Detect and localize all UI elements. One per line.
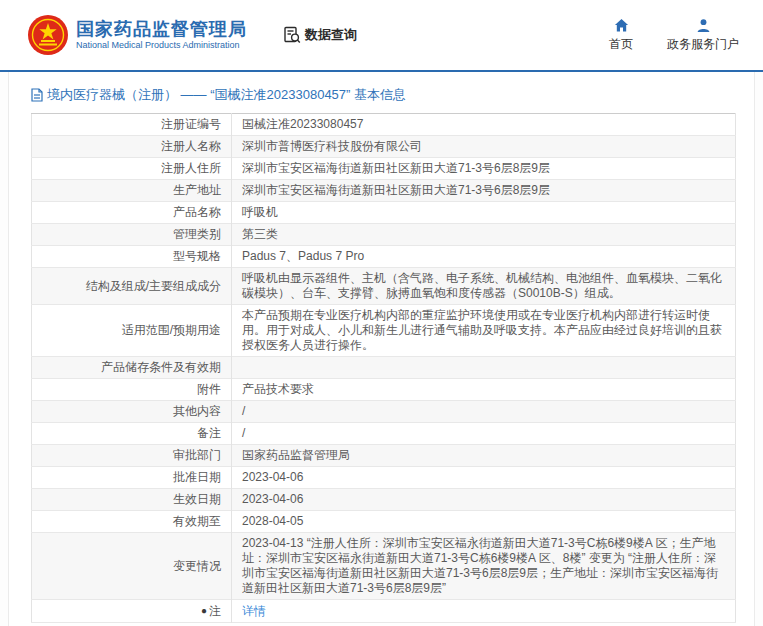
table-row: 生效日期2023-04-06 (32, 489, 736, 511)
table-row: 注册人名称深圳市普博医疗科技股份有限公司 (32, 136, 736, 158)
org-names: 国家药品监督管理局 National Medical Products Admi… (76, 19, 247, 51)
row-value: 2023-04-06 (232, 489, 736, 511)
table-row: 适用范围/预期用途本产品预期在专业医疗机构内部的重症监护环境使用或在专业医疗机构… (32, 305, 736, 357)
row-label: 注册人名称 (32, 136, 232, 158)
row-value: 2028-04-05 (232, 511, 736, 533)
nav-portal-label: 政务服务门户 (667, 36, 739, 53)
table-row: 变更情况2023-04-13 “注册人住所：深圳市宝安区福永街道新田大道71-3… (32, 533, 736, 600)
table-row: 其他内容/ (32, 401, 736, 423)
row-value: 呼吸机 (232, 202, 736, 224)
content-panel: 境内医疗器械（注册） —— “国械注准20233080457” 基本信息 注册证… (8, 72, 755, 626)
table-row: 注册证编号国械注准20233080457 (32, 114, 736, 136)
table-row: 注册人住所深圳市宝安区福海街道新田社区新田大道71-3号6层8层9层 (32, 158, 736, 180)
data-query-button[interactable]: 数据查询 (283, 26, 357, 44)
row-label: 结构及组成/主要组成成分 (32, 268, 232, 305)
table-row: 备注/ (32, 423, 736, 445)
row-label: 产品储存条件及有效期 (32, 357, 232, 379)
row-label: 附件 (32, 379, 232, 401)
nav-item-home[interactable]: 首页 (609, 18, 633, 53)
row-value: 深圳市宝安区福海街道新田社区新田大道71-3号6层8层9层 (232, 158, 736, 180)
row-value: 深圳市普博医疗科技股份有限公司 (232, 136, 736, 158)
document-icon (31, 88, 43, 102)
row-value: 呼吸机由显示器组件、主机（含气路、电子系统、机械结构、电池组件、血氧模块、二氧化… (232, 268, 736, 305)
table-row: 生产地址深圳市宝安区福海街道新田社区新田大道71-3号6层8层9层 (32, 180, 736, 202)
detail-link[interactable]: 详情 (242, 604, 266, 618)
row-value: 本产品预期在专业医疗机构内部的重症监护环境使用或在专业医疗机构内部进行转运时使用… (232, 305, 736, 357)
org-name-cn: 国家药品监督管理局 (76, 19, 247, 39)
row-label: 审批部门 (32, 445, 232, 467)
row-label: 管理类别 (32, 224, 232, 246)
page-title-bar: 境内医疗器械（注册） —— “国械注准20233080457” 基本信息 (9, 72, 754, 113)
page-title: 境内医疗器械（注册） —— “国械注准20233080457” 基本信息 (47, 86, 406, 104)
nav-home-label: 首页 (609, 36, 633, 53)
row-value: 第三类 (232, 224, 736, 246)
row-label: 批准日期 (32, 467, 232, 489)
row-value: / (232, 401, 736, 423)
table-row: 产品名称呼吸机 (32, 202, 736, 224)
row-value: 国械注准20233080457 (232, 114, 736, 136)
row-value: Padus 7、Padus 7 Pro (232, 246, 736, 268)
row-value: 国家药品监督管理局 (232, 445, 736, 467)
site-logo: 国家药品监督管理局 National Medical Products Admi… (28, 15, 247, 55)
row-label: 适用范围/预期用途 (32, 305, 232, 357)
table-row: 审批部门国家药品监督管理局 (32, 445, 736, 467)
row-label: 产品名称 (32, 202, 232, 224)
table-row: 型号规格Padus 7、Padus 7 Pro (32, 246, 736, 268)
table-row: 管理类别第三类 (32, 224, 736, 246)
row-label: 注册证编号 (32, 114, 232, 136)
org-name-en: National Medical Products Administration (76, 39, 247, 51)
table-row: 附件产品技术要求 (32, 379, 736, 401)
data-query-label: 数据查询 (305, 26, 357, 44)
row-value: 深圳市宝安区福海街道新田社区新田大道71-3号6层8层9层 (232, 180, 736, 202)
table-row: 产品储存条件及有效期 (32, 357, 736, 379)
table-row: 批准日期2023-04-06 (32, 467, 736, 489)
top-nav: 首页 政务服务门户 (609, 18, 739, 53)
row-value: 详情 (232, 600, 736, 623)
data-query-icon (283, 26, 301, 44)
row-label: 型号规格 (32, 246, 232, 268)
table-row: ●注详情 (32, 600, 736, 623)
row-label: 备注 (32, 423, 232, 445)
row-value (232, 357, 736, 379)
nav-item-portal[interactable]: 政务服务门户 (667, 18, 739, 53)
site-header: 国家药品监督管理局 National Medical Products Admi… (0, 0, 763, 70)
row-label: 变更情况 (32, 533, 232, 600)
table-row: 有效期至2028-04-05 (32, 511, 736, 533)
row-value: 产品技术要求 (232, 379, 736, 401)
registration-detail-table: 注册证编号国械注准20233080457注册人名称深圳市普博医疗科技股份有限公司… (31, 113, 736, 623)
row-value: 2023-04-13 “注册人住所：深圳市宝安区福永街道新田大道71-3号C栋6… (232, 533, 736, 600)
row-value: 2023-04-06 (232, 467, 736, 489)
national-emblem-icon (28, 15, 68, 55)
row-label: 其他内容 (32, 401, 232, 423)
note-icon: ● (201, 605, 207, 616)
table-row: 结构及组成/主要组成成分呼吸机由显示器组件、主机（含气路、电子系统、机械结构、电… (32, 268, 736, 305)
row-label: 生效日期 (32, 489, 232, 511)
row-label: 生产地址 (32, 180, 232, 202)
row-label: 有效期至 (32, 511, 232, 533)
row-label: 注册人住所 (32, 158, 232, 180)
row-value: / (232, 423, 736, 445)
home-icon (614, 18, 629, 33)
row-label: ●注 (32, 600, 232, 623)
detail-table-body: 注册证编号国械注准20233080457注册人名称深圳市普博医疗科技股份有限公司… (32, 114, 736, 623)
user-icon (696, 18, 711, 33)
